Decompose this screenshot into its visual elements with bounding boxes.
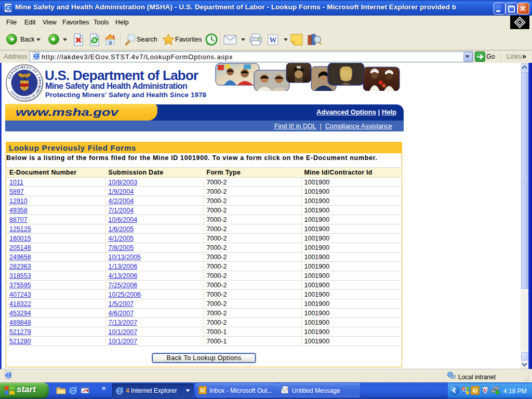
svg-text:V: V — [483, 387, 487, 393]
svg-text:W: W — [270, 36, 277, 44]
